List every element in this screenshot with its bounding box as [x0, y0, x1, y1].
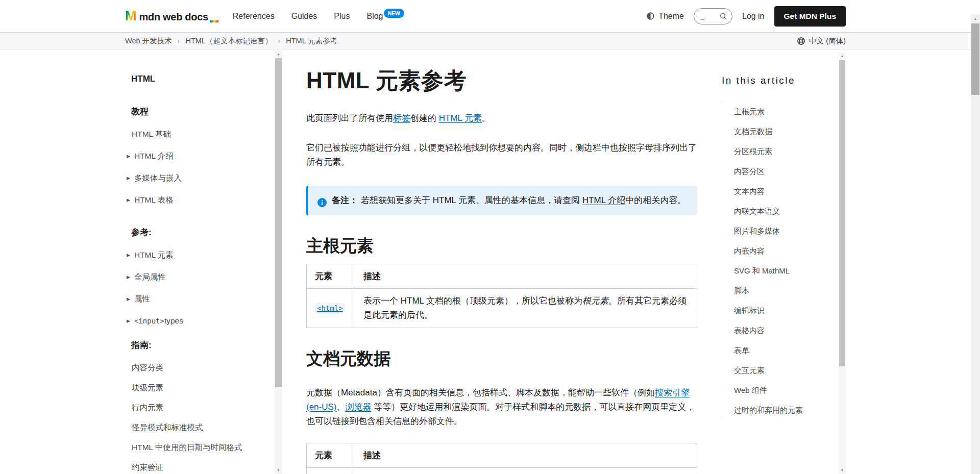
table-header-row: 元素描述 — [307, 443, 697, 468]
sidebar-item[interactable]: ▶HTML 表格 — [125, 195, 274, 205]
section-heading: 主根元素 — [306, 235, 697, 258]
breadcrumb-link[interactable]: HTML（超文本标记语言） — [185, 36, 272, 46]
text-run: 、 — [337, 402, 346, 412]
breadcrumb-link[interactable]: Web 开发技术 — [125, 36, 172, 46]
site-header: M mdn web docs ReferencesGuidesPlusBlogN… — [0, 0, 980, 32]
section-document-metadata: 文档元数据 元数据（Metadata）含有页面的相关信息，包括样式、脚本及数据，… — [306, 347, 697, 474]
section-heading: 文档元数据 — [306, 347, 697, 370]
sidebar-item-label: 内容分类 — [132, 363, 163, 373]
search-input[interactable]: _ — [694, 8, 732, 24]
content-scrollbar-thumb[interactable] — [839, 60, 845, 366]
sidebar-item[interactable]: ▶<input> types — [125, 316, 274, 326]
inline-link[interactable]: 浏览器 — [346, 402, 372, 412]
expand-arrow-icon: ▶ — [127, 173, 130, 183]
breadcrumb-separator: › — [278, 37, 280, 45]
toc-item[interactable]: 文档元数据 — [722, 121, 844, 141]
toc-item[interactable]: 表单 — [722, 340, 844, 360]
inline-link[interactable]: HTML 介绍 — [582, 195, 625, 205]
mdn-logo[interactable]: M mdn web docs — [125, 9, 218, 23]
sidebar-item[interactable]: 行内元素 — [125, 403, 274, 413]
article-content: HTML 元素参考 此页面列出了所有使用标签创建的 HTML 元素。 它们已被按… — [306, 49, 697, 474]
sidebar-section-heading: 教程 — [131, 107, 274, 117]
sidebar-item[interactable]: 内容分类 — [125, 363, 274, 373]
window-scrollbar-thumb[interactable] — [971, 23, 979, 95]
scroll-down-arrow-icon[interactable]: ▼ — [275, 467, 282, 474]
toc: In this article 主根元素文档元数据分区根元素内容分区文本内容内联… — [722, 49, 844, 420]
sidebar-sections: 教程HTML 基础▶HTML 介绍▶多媒体与嵌入▶HTML 表格参考:▶HTML… — [125, 107, 274, 472]
breadcrumb-link[interactable]: HTML 元素参考 — [286, 36, 337, 46]
toc-item[interactable]: 图片和多媒体 — [722, 221, 844, 241]
nav-item-guides[interactable]: Guides — [291, 12, 317, 21]
scroll-up-arrow-icon[interactable]: ▲ — [971, 15, 980, 22]
scroll-down-arrow-icon[interactable]: ▼ — [839, 467, 846, 474]
sidebar-item[interactable]: 怪异模式和标准模式 — [125, 422, 274, 433]
theme-button[interactable]: Theme — [646, 12, 684, 21]
sidebar-title: HTML — [131, 74, 274, 84]
content-scrollbar[interactable]: ▲ ▼ — [839, 53, 846, 474]
inline-link[interactable]: 标签 — [393, 113, 410, 123]
sidebar-item-label: 多媒体与嵌入 — [134, 173, 182, 183]
code-text: <input> — [134, 316, 164, 326]
new-badge: NEW — [384, 9, 405, 18]
sidebar-scrollbar-thumb[interactable] — [275, 58, 282, 387]
toc-item[interactable]: 内联文本语义 — [722, 201, 844, 221]
sidebar-item[interactable]: 约束验证 — [125, 462, 274, 472]
expand-arrow-icon: ▶ — [127, 250, 130, 260]
toc-item[interactable]: 过时的和弃用的元素 — [722, 400, 844, 420]
expand-arrow-icon: ▶ — [127, 195, 130, 205]
sidebar-item-label: HTML 元素 — [134, 250, 174, 260]
sidebar-section: 参考:▶HTML 元素▶全局属性▶属性▶<input> types — [125, 228, 274, 326]
get-mdn-plus-button[interactable]: Get MDN Plus — [774, 6, 846, 27]
language-switcher[interactable]: 中文 (简体) — [797, 36, 846, 46]
scroll-up-arrow-icon[interactable]: ▲ — [275, 51, 282, 58]
toc-item[interactable]: 脚本 — [722, 281, 844, 301]
sidebar: HTML 教程HTML 基础▶HTML 介绍▶多媒体与嵌入▶HTML 表格参考:… — [125, 49, 274, 474]
sidebar-item-label: 块级元素 — [132, 383, 163, 393]
sidebar-item[interactable]: HTML 中使用的日期与时间格式 — [125, 442, 274, 453]
toc-item[interactable]: Web 组件 — [722, 380, 844, 400]
sidebar-item-label: types — [164, 316, 183, 326]
toc-item[interactable]: 文本内容 — [722, 181, 844, 201]
note-callout: i备注：若想获知更多关于 HTML 元素、属性的基本信息，请查阅 HTML 介绍… — [306, 186, 697, 215]
sidebar-item[interactable]: ▶HTML 介绍 — [125, 151, 274, 161]
column-header: 元素 — [307, 443, 355, 468]
scroll-up-arrow-icon[interactable]: ▲ — [839, 53, 846, 60]
page-title: HTML 元素参考 — [306, 66, 697, 96]
logo-underscore-icon — [210, 20, 218, 22]
toc-item[interactable]: SVG 和 MathML — [722, 261, 844, 281]
mdn-docs-page: M mdn web docs ReferencesGuidesPlusBlogN… — [0, 0, 980, 474]
window-scrollbar[interactable]: ▲ — [971, 14, 980, 474]
toc-item[interactable]: 表格内容 — [722, 320, 844, 340]
sidebar-item[interactable]: ▶全局属性 — [125, 272, 274, 282]
sidebar-item[interactable]: ▶多媒体与嵌入 — [125, 173, 274, 183]
element-link[interactable]: <html> — [315, 303, 345, 313]
column-header: 元素 — [307, 264, 355, 289]
sidebar-item[interactable]: ▶属性 — [125, 294, 274, 304]
toc-item[interactable]: 编辑标识 — [722, 301, 844, 320]
theme-half-circle-icon — [646, 12, 655, 20]
sidebar-item[interactable]: HTML 基础 — [125, 129, 274, 139]
toc-item[interactable]: 主根元素 — [722, 102, 844, 121]
inline-link[interactable]: HTML 元素 — [439, 113, 482, 123]
nav-item-blog[interactable]: BlogNEW — [366, 12, 404, 21]
sidebar-item[interactable]: 块级元素 — [125, 383, 274, 393]
nav-label: Blog — [366, 12, 383, 20]
sidebar-scrollbar[interactable]: ▲ ▼ — [275, 51, 282, 474]
login-link[interactable]: Log in — [742, 12, 765, 21]
sidebar-section-heading: 参考: — [131, 228, 274, 238]
theme-label: Theme — [658, 12, 684, 21]
toc-item[interactable]: 分区根元素 — [722, 141, 844, 161]
text-run: 若想获知更多关于 HTML 元素、属性的基本信息，请查阅 — [361, 195, 582, 205]
text-run: 表示一个 HTML 文档的根（顶级元素），所以它也被称为 — [363, 296, 582, 306]
toc-item[interactable]: 内嵌内容 — [722, 241, 844, 261]
nav-item-plus[interactable]: Plus — [334, 12, 350, 21]
toc-item[interactable]: 交互元素 — [722, 360, 844, 380]
emphasis-text: 根元素 — [582, 296, 608, 306]
nav-item-references[interactable]: References — [233, 12, 275, 21]
text-run: 元数据（Metadata）含有页面的相关信息，包括样式、脚本及数据，能帮助一些软… — [306, 388, 655, 397]
toc-item[interactable]: 内容分区 — [722, 161, 844, 181]
sidebar-item-label: 属性 — [134, 294, 150, 304]
nav-label: Guides — [291, 12, 317, 20]
sidebar-item-label: 行内元素 — [132, 403, 163, 413]
sidebar-item[interactable]: ▶HTML 元素 — [125, 250, 274, 260]
